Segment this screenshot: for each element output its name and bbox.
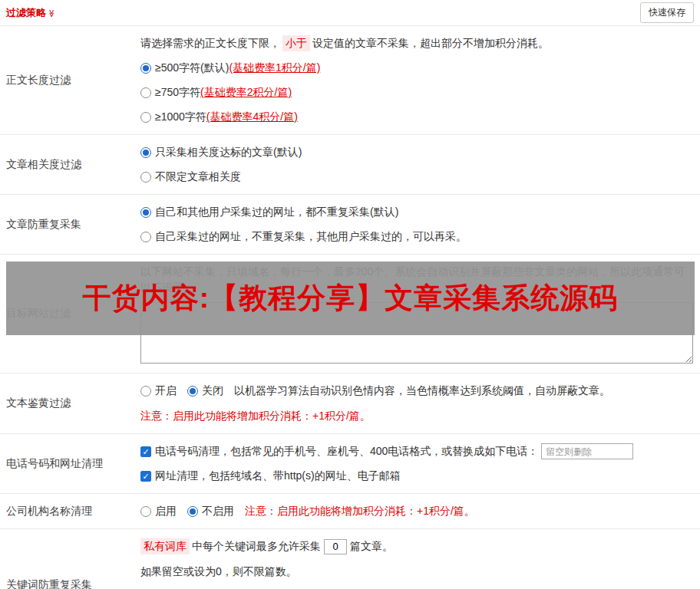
row-content: 开启 关闭 以机器学习算法自动识别色情内容，当色情概率达到系统阈值，自动屏蔽文章… [134, 373, 700, 433]
url-clean-line: 网址清理，包括纯域名、带http(s)的网址、电子邮箱 [140, 468, 694, 484]
phone-clean-label: 电话号码清理，包括常见的手机号、座机号、400电话格式，或替换成如下电话： [155, 443, 538, 459]
radio-button[interactable] [140, 63, 151, 74]
checkbox-checked[interactable] [140, 446, 151, 457]
row-phone-url-clean: 电话号码和网址清理 电话号码清理，包括常见的手机号、座机号、400电话格式，或替… [0, 434, 700, 494]
keyword-limit-input[interactable] [324, 539, 347, 554]
length-option-750[interactable]: ≥750字符 (基础费率2积分/篇) [140, 84, 694, 100]
row-content: 启用 不启用 注意：启用此功能将增加积分消耗：+1积分/篇。 [134, 494, 700, 528]
row-content: 电话号码清理，包括常见的手机号、座机号、400电话格式，或替换成如下电话： 网址… [134, 434, 700, 493]
length-intro: 请选择需求的正文长度下限， 小于 设定值的文章不采集，超出部分不增加积分消耗。 [140, 35, 694, 51]
porn-cost-note: 注意：启用此功能将增加积分消耗：+1积分/篇。 [140, 408, 694, 424]
radio-button[interactable] [140, 207, 151, 218]
row-label: 文章防重复采集 [0, 195, 134, 254]
length-option-500[interactable]: ≥500字符(默认) (基础费率1积分/篇) [140, 60, 694, 76]
header-bar: 过滤策略≫ 快速保存 [0, 0, 700, 26]
radio-button[interactable] [140, 87, 151, 98]
row-content: 请选择需求的正文长度下限， 小于 设定值的文章不采集，超出部分不增加积分消耗。 … [134, 26, 700, 134]
row-dedupe: 文章防重复采集 自己和其他用户采集过的网址，都不重复采集(默认) 自己采集过的网… [0, 195, 700, 255]
radio-button[interactable] [187, 386, 198, 397]
row-label: 关键词防重复采集 [0, 529, 134, 589]
keyword-limit-line: 私有词库 中每个关键词最多允许采集 篇文章。 [140, 538, 694, 554]
porn-off-label[interactable]: 关闭 [202, 383, 223, 399]
page-title-text: 过滤策略 [6, 7, 46, 18]
option-label: 自己和其他用户采集过的网址，都不重复采集(默认) [155, 204, 398, 220]
length-intro-highlight: 小于 [282, 35, 310, 51]
keyword-limit-text: 中每个关键词最多允许采集 [192, 538, 321, 554]
option-label: 不限定文章相关度 [155, 169, 241, 185]
option-cost-note: (基础费率1积分/篇) [229, 60, 320, 76]
row-content: 自己和其他用户采集过的网址，都不重复采集(默认) 自己采集过的网址，不重复采集，… [134, 195, 700, 254]
length-intro-pre: 请选择需求的正文长度下限， [140, 35, 280, 51]
row-porn-filter: 文本鉴黄过滤 开启 关闭 以机器学习算法自动识别色情内容，当色情概率达到系统阈值… [0, 373, 700, 434]
row-label: 正文长度过滤 [0, 26, 134, 134]
row-label: 电话号码和网址清理 [0, 434, 134, 493]
row-length-filter: 正文长度过滤 请选择需求的正文长度下限， 小于 设定值的文章不采集，超出部分不增… [0, 26, 700, 135]
row-content: 私有词库 中每个关键词最多允许采集 篇文章。 如果留空或设为0，则不限篇数。 如… [134, 529, 700, 589]
porn-options-line: 开启 关闭 以机器学习算法自动识别色情内容，当色情概率达到系统阈值，自动屏蔽文章… [140, 383, 694, 399]
page-title[interactable]: 过滤策略≫ [6, 6, 55, 20]
relevance-option-any[interactable]: 不限定文章相关度 [140, 169, 694, 185]
row-relevance-filter: 文章相关度过滤 只采集相关度达标的文章(默认) 不限定文章相关度 [0, 135, 700, 195]
option-cost-note: (基础费率4积分/篇) [206, 109, 298, 125]
radio-button[interactable] [140, 232, 151, 242]
option-label: ≥500字符(默认) [155, 60, 229, 76]
filter-settings-page: 过滤策略≫ 快速保存 正文长度过滤 请选择需求的正文长度下限， 小于 设定值的文… [0, 0, 700, 589]
checkbox-checked[interactable] [140, 471, 151, 482]
row-label: 公司机构名称清理 [0, 494, 134, 528]
company-options-line: 启用 不启用 注意：启用此功能将增加积分消耗：+1积分/篇。 [140, 503, 694, 519]
option-cost-note: (基础费率2积分/篇) [200, 84, 292, 100]
keyword-note-zero: 如果留空或设为0，则不限篇数。 [140, 564, 694, 580]
url-clean-label: 网址清理，包括纯域名、带http(s)的网址、电子邮箱 [155, 468, 401, 484]
option-label: 自己采集过的网址，不重复采集，其他用户采集过的，可以再采。 [155, 229, 467, 245]
row-content: 只采集相关度达标的文章(默认) 不限定文章相关度 [134, 135, 700, 194]
radio-button[interactable] [140, 386, 151, 397]
length-intro-post: 设定值的文章不采集，超出部分不增加积分消耗。 [312, 35, 549, 51]
dedupe-option-global[interactable]: 自己和其他用户采集过的网址，都不重复采集(默认) [140, 204, 694, 220]
radio-button[interactable] [140, 112, 151, 123]
radio-button[interactable] [140, 506, 151, 517]
watermark-text: 干货内容:【教程分享】文章采集系统源码 [83, 279, 618, 318]
keyword-limit-suffix: 篇文章。 [350, 538, 393, 554]
private-lexicon-highlight: 私有词库 [140, 538, 190, 554]
company-disable-label[interactable]: 不启用 [202, 503, 234, 519]
replacement-phone-input[interactable] [541, 443, 633, 459]
radio-button[interactable] [140, 147, 151, 158]
radio-button[interactable] [140, 172, 151, 183]
radio-button[interactable] [187, 506, 198, 517]
dedupe-option-own[interactable]: 自己采集过的网址，不重复采集，其他用户采集过的，可以再采。 [140, 229, 694, 245]
relevance-option-strict[interactable]: 只采集相关度达标的文章(默认) [140, 144, 694, 160]
length-option-1000[interactable]: ≥1000字符 (基础费率4积分/篇) [140, 109, 694, 125]
watermark-banner: 干货内容:【教程分享】文章采集系统源码 [6, 262, 695, 335]
porn-description: 以机器学习算法自动识别色情内容，当色情概率达到系统阈值，自动屏蔽文章。 [234, 383, 610, 399]
option-label: ≥1000字符 [155, 109, 206, 125]
chevron-down-icon: ≫ [48, 9, 56, 17]
phone-clean-line: 电话号码清理，包括常见的手机号、座机号、400电话格式，或替换成如下电话： [140, 443, 694, 459]
porn-on-label[interactable]: 开启 [155, 383, 177, 399]
row-company-clean: 公司机构名称清理 启用 不启用 注意：启用此功能将增加积分消耗：+1积分/篇。 [0, 494, 700, 529]
row-keyword-dedupe: 关键词防重复采集 私有词库 中每个关键词最多允许采集 篇文章。 如果留空或设为0… [0, 529, 700, 589]
quick-save-button[interactable]: 快速保存 [640, 2, 694, 23]
row-label: 文本鉴黄过滤 [0, 373, 134, 433]
option-label: 只采集相关度达标的文章(默认) [155, 144, 302, 160]
row-label: 文章相关度过滤 [0, 135, 134, 194]
option-label: ≥750字符 [155, 84, 200, 100]
company-enable-label[interactable]: 启用 [155, 503, 177, 519]
company-cost-note: 注意：启用此功能将增加积分消耗：+1积分/篇。 [245, 503, 475, 519]
